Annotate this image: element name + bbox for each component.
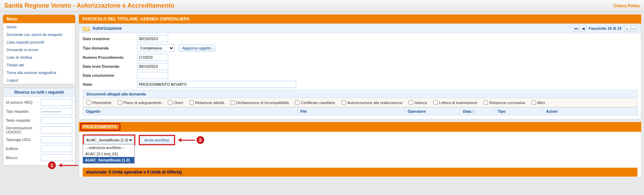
col-file[interactable]: File: [298, 108, 405, 115]
lbl-testo-req: Testo requisito: [6, 118, 39, 122]
menu-liste-verifica[interactable]: Liste di Verifica: [3, 54, 75, 61]
pager-prev[interactable]: ◀: [580, 25, 586, 31]
footer-banner: elezionate: 0 Unità operative e 0 Unità …: [83, 168, 637, 177]
chk-autorizzazione[interactable]: [342, 100, 346, 105]
col-tipo[interactable]: Tipo: [495, 108, 543, 115]
annotation-1: 1: [48, 161, 78, 169]
inp-edificio[interactable]: [41, 145, 72, 152]
chk-relazione-attivita[interactable]: [189, 100, 194, 105]
pager-first[interactable]: ⏮: [573, 25, 579, 31]
wf-option-placeholder[interactable]: ---seleziona workflow---: [83, 145, 134, 151]
documenti-header: Documenti allegati alla domanda: [83, 90, 637, 98]
inp-data-invio[interactable]: [137, 63, 168, 70]
col-oggetto[interactable]: Oggetto: [83, 108, 298, 115]
app-title: Sanità Regione Veneto - Autorizzazione e…: [4, 2, 174, 9]
sel-workflow[interactable]: AUAC_Semplificato [1.0]: [84, 136, 134, 144]
menu-home[interactable]: Home: [3, 23, 75, 31]
sort-desc-icon: ▽: [472, 110, 475, 113]
inp-denominazione[interactable]: [41, 127, 72, 133]
section-title: Autorizzazione: [92, 26, 122, 31]
chk-incompatibilita[interactable]: [230, 100, 235, 105]
menu-panel: Menu Home Domande con azioni da eseguire…: [3, 15, 75, 84]
lbl-tipo-req: Tipo requisito: [6, 109, 39, 113]
procedimento-bar: PROCEDIMENTO:: [79, 122, 641, 132]
inp-stato[interactable]: [137, 81, 296, 88]
lbl-edificio: Edificio: [6, 147, 39, 151]
menu-anagrafica[interactable]: Torna alla sezione anagrafica: [3, 69, 75, 76]
inp-blocco[interactable]: [41, 154, 72, 161]
wf-option-auac-test[interactable]: AUAC [3.2.test_01]: [83, 151, 134, 157]
menu-titolari-atti[interactable]: Titolari atti: [3, 61, 75, 69]
menu-header: Menu: [3, 15, 75, 23]
inp-tipo-req[interactable]: [41, 108, 72, 115]
wf-option-auac-semplificato[interactable]: AUAC_Semplificato [1.0]: [83, 157, 134, 163]
lbl-data-invio: Data invio Domanda: [83, 64, 133, 68]
inp-data-creazione[interactable]: [137, 35, 168, 42]
menu-logout[interactable]: Logout: [3, 76, 75, 84]
inp-testo-req[interactable]: [41, 117, 72, 124]
folder-icon: [83, 25, 90, 31]
chk-casellario[interactable]: [295, 100, 299, 105]
lbl-blocco: Blocco: [6, 156, 39, 160]
search-panel: Ricerca su tutti i requisiti Id univoco …: [3, 88, 75, 166]
menu-domande-azioni[interactable]: Domande con azioni da eseguire: [3, 31, 75, 38]
col-azioni[interactable]: Azioni: [543, 108, 637, 115]
procedimento-label: PROCEDIMENTO:: [80, 123, 120, 131]
btn-avvia-workflow[interactable]: Avvia workflow: [140, 137, 173, 143]
user-name: Chiara Polles: [614, 3, 640, 8]
annotation-2: 2: [179, 136, 204, 144]
lbl-numero-proc: Numero Procedimento: [83, 55, 133, 59]
col-operatore[interactable]: Operatore: [405, 108, 460, 115]
col-data[interactable]: Data▽: [460, 108, 495, 115]
sel-tipo-domanda[interactable]: Complessiva: [137, 44, 174, 52]
lbl-tipologia-udo: Tipologia UDO: [6, 138, 39, 142]
lbl-tipo-domanda: Tipo domanda: [83, 46, 133, 50]
inp-tipologia-udo[interactable]: [41, 136, 72, 143]
pager-next[interactable]: ▶: [624, 25, 631, 31]
workflow-dropdown-list: ---seleziona workflow--- AUAC [3.2.test_…: [83, 144, 135, 164]
lbl-id-univoco: Id univoco REQ: [6, 100, 39, 104]
chk-istanza[interactable]: [409, 100, 413, 105]
pager-text: Fascicolo 15 di 15: [589, 26, 622, 30]
btn-aggiorna-oggetto[interactable]: Aggiorna oggetto: [179, 45, 215, 52]
lbl-denominazione: Denominazione UO/UDO: [6, 126, 39, 134]
lbl-data-conclusione: Data conclusione: [83, 73, 133, 77]
inp-id-univoco[interactable]: [41, 99, 72, 106]
inp-data-conclusione[interactable]: [137, 72, 168, 79]
chk-planimetrie[interactable]: [87, 100, 91, 105]
chk-oneri[interactable]: [168, 100, 172, 105]
chk-piano-adeguamento[interactable]: [118, 100, 122, 105]
chk-relazione-conclusiva[interactable]: [483, 100, 488, 105]
fascicolo-title-bar: FASCICOLO DEL TITOLARE: AZIENDA OSPEDALI…: [79, 15, 641, 24]
lbl-data-creazione: Data creazione: [83, 37, 133, 41]
search-header: Ricerca su tutti i requisiti: [3, 88, 75, 97]
chk-altro[interactable]: [532, 100, 536, 105]
lbl-stato: Stato: [83, 82, 133, 86]
menu-lista-requisiti[interactable]: Lista requisiti prescritti: [3, 38, 75, 46]
pager-last[interactable]: ⏭: [631, 25, 637, 31]
inp-numero-proc[interactable]: [137, 54, 168, 61]
menu-domande-errore[interactable]: Domande in errore: [3, 46, 75, 54]
chk-lettera[interactable]: [433, 100, 438, 105]
doc-filters: Planimetrie Piano di adeguamento Oneri R…: [83, 98, 637, 107]
